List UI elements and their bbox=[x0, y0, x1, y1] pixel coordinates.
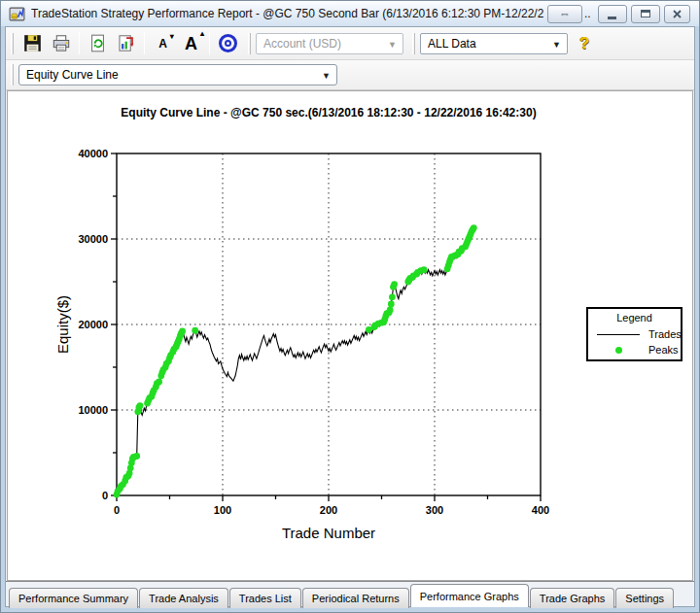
tab-periodical-returns[interactable]: Periodical Returns bbox=[302, 588, 409, 608]
tab-settings[interactable]: Settings bbox=[615, 588, 674, 608]
peak-dot bbox=[387, 307, 394, 314]
graph-type-dropdown[interactable]: Equity Curve Line ▼ bbox=[18, 64, 337, 85]
toolbar-band-separator bbox=[412, 33, 415, 54]
tab-trade-analysis[interactable]: Trade Analysis bbox=[139, 588, 228, 608]
y-tick-label: 0 bbox=[102, 490, 108, 501]
peak-dot bbox=[133, 453, 140, 460]
x-tick-label: 400 bbox=[532, 504, 549, 516]
legend-title: Legend bbox=[588, 309, 681, 328]
title-bar: TradeStation Strategy Performance Report… bbox=[1, 1, 699, 26]
help-icon[interactable]: ? bbox=[579, 34, 589, 53]
peak-dot bbox=[471, 224, 477, 231]
chevron-down-icon: ▼ bbox=[322, 71, 331, 81]
chevron-down-icon: ▼ bbox=[388, 40, 397, 50]
legend-label: Peaks bbox=[648, 344, 679, 356]
toolbar-separator bbox=[79, 32, 80, 54]
close-icon bbox=[673, 10, 682, 18]
x-tick-label: 200 bbox=[320, 504, 337, 516]
save-icon bbox=[23, 34, 42, 52]
save-button[interactable] bbox=[19, 31, 46, 55]
peaks-dot-icon bbox=[596, 347, 641, 354]
toolbar-separator bbox=[209, 32, 210, 54]
client-area: A▾ A▴ Account (USD) ▼ ALL Data ▼ ? bbox=[5, 26, 695, 607]
increase-font-icon: A▴ bbox=[185, 35, 197, 52]
x-axis-label: Trade Number bbox=[282, 525, 375, 541]
main-toolbar: A▾ A▴ Account (USD) ▼ ALL Data ▼ ? bbox=[6, 27, 694, 60]
graph-type-dropdown-value: Equity Curve Line bbox=[26, 68, 119, 82]
increase-font-button[interactable]: A▴ bbox=[178, 31, 204, 55]
export-report-icon bbox=[117, 34, 135, 52]
chart-legend: Legend Trades Peaks bbox=[586, 307, 682, 361]
print-icon bbox=[52, 34, 71, 52]
minimize-icon bbox=[608, 17, 616, 19]
close-button[interactable] bbox=[664, 5, 690, 23]
resize-horizontal-button[interactable]: ⇔ bbox=[547, 5, 582, 23]
tab-performance-graphs[interactable]: Performance Graphs bbox=[410, 584, 529, 607]
window-title-overflow: .. bbox=[584, 7, 591, 20]
window-title: TradeStation Strategy Performance Report… bbox=[31, 7, 543, 20]
maximize-restore-button[interactable] bbox=[631, 5, 660, 23]
x-tick-label: 0 bbox=[114, 504, 120, 516]
refresh-report-button[interactable] bbox=[85, 31, 111, 55]
tab-performance-summary[interactable]: Performance Summary bbox=[9, 588, 138, 608]
y-tick-label: 30000 bbox=[78, 233, 108, 245]
x-tick-label: 300 bbox=[426, 504, 443, 516]
y-tick-label: 40000 bbox=[78, 148, 108, 159]
x-tick-label: 100 bbox=[214, 504, 231, 516]
peak-dot bbox=[192, 327, 198, 334]
peak-dot bbox=[156, 379, 162, 386]
decrease-font-button[interactable]: A▾ bbox=[150, 31, 176, 55]
peak-dot bbox=[391, 281, 398, 288]
target-icon bbox=[219, 34, 237, 52]
data-range-dropdown[interactable]: ALL Data ▼ bbox=[420, 33, 568, 54]
peak-dot bbox=[389, 293, 396, 300]
tab-trade-graphs[interactable]: Trade Graphs bbox=[530, 588, 614, 608]
toolbar-separator bbox=[144, 32, 145, 54]
target-button[interactable] bbox=[215, 31, 241, 55]
account-dropdown: Account (USD) ▼ bbox=[256, 33, 403, 54]
refresh-icon bbox=[88, 34, 107, 52]
graph-selector-bar: Equity Curve Line ▼ bbox=[6, 60, 694, 90]
toolbar-gripper bbox=[11, 33, 14, 54]
decrease-font-icon: A▾ bbox=[158, 38, 167, 50]
tab-trades-list[interactable]: Trades List bbox=[229, 588, 301, 608]
y-tick-label: 10000 bbox=[78, 404, 108, 416]
peak-dot bbox=[388, 301, 395, 308]
legend-entry-peaks: Peaks bbox=[588, 344, 681, 359]
export-report-button[interactable] bbox=[113, 31, 139, 55]
print-button[interactable] bbox=[48, 31, 74, 55]
peak-dot bbox=[421, 266, 428, 273]
account-dropdown-value: Account (USD) bbox=[263, 37, 341, 51]
app-icon bbox=[9, 6, 25, 22]
data-range-dropdown-value: ALL Data bbox=[428, 37, 476, 51]
resize-horizontal-icon: ⇔ bbox=[559, 7, 571, 20]
peak-dot bbox=[179, 328, 186, 335]
report-tab-strip: Performance SummaryTrade AnalysisTrades … bbox=[6, 581, 694, 606]
minimize-button[interactable] bbox=[598, 5, 627, 23]
app-window: TradeStation Strategy Performance Report… bbox=[0, 0, 700, 613]
report-area: Equity Curve Line - @GC 750 sec.(6/13/20… bbox=[7, 90, 693, 581]
trades-line-icon bbox=[596, 334, 641, 335]
maximize-restore-icon bbox=[641, 10, 650, 17]
toolbar-gripper bbox=[11, 64, 14, 85]
chevron-down-icon: ▼ bbox=[552, 40, 561, 50]
legend-label: Trades bbox=[648, 328, 682, 340]
peak-dot bbox=[137, 402, 144, 409]
toolbar-band-separator bbox=[248, 33, 251, 54]
y-tick-label: 20000 bbox=[78, 319, 108, 330]
legend-entry-trades: Trades bbox=[588, 328, 681, 344]
y-axis-label: Equity($) bbox=[54, 295, 71, 354]
